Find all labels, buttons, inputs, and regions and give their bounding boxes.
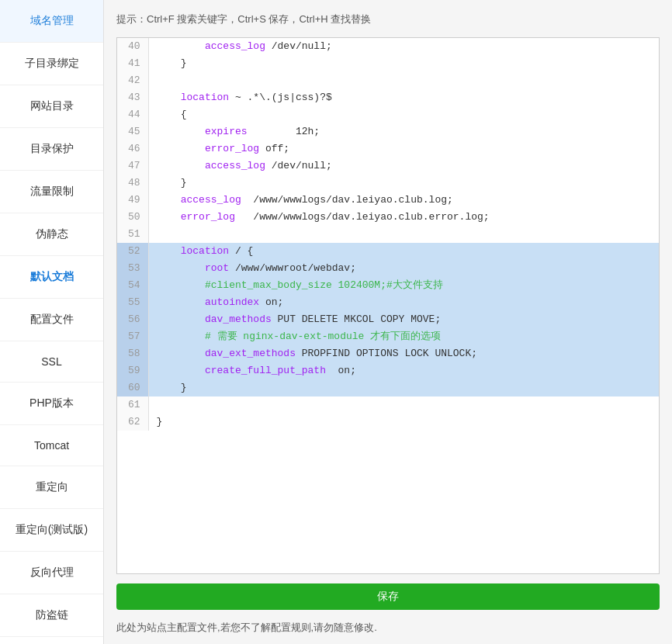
line-number: 40 xyxy=(117,38,148,55)
sidebar-item-access-log[interactable]: 响应日志 xyxy=(0,637,103,644)
table-row: 48 } xyxy=(117,175,659,192)
table-row: 60 } xyxy=(117,379,659,396)
line-number: 46 xyxy=(117,140,148,158)
hint-text: 提示：Ctrl+F 搜索关键字，Ctrl+S 保存，Ctrl+H 查找替换 xyxy=(116,13,371,25)
table-row: 54 #client_max_body_size 102400M;#大文件支持 xyxy=(117,277,659,294)
line-number: 42 xyxy=(117,72,148,89)
line-content: access_log /dev/null; xyxy=(148,38,659,55)
table-row: 62} xyxy=(117,414,659,431)
footer-note: 此处为站点主配置文件,若您不了解配置规则,请勿随意修改. xyxy=(116,621,660,635)
table-row: 58 dav_ext_methods PROPFIND OPTIONS LOCK… xyxy=(117,345,659,362)
code-table: 40 access_log /dev/null;41 }4243 locatio… xyxy=(117,38,659,431)
table-row: 59 create_full_put_path on; xyxy=(117,362,659,379)
line-number: 62 xyxy=(117,414,148,431)
sidebar-item-redirect-test[interactable]: 重定向(测试版) xyxy=(0,509,103,552)
line-content: # 需要 nginx-dav-ext-module 才有下面的选项 xyxy=(148,328,659,345)
table-row: 40 access_log /dev/null; xyxy=(117,38,659,55)
table-row: 46 error_log off; xyxy=(117,140,659,158)
editor-scroll-area[interactable]: 40 access_log /dev/null;41 }4243 locatio… xyxy=(117,38,659,573)
sidebar-item-dirprotect[interactable]: 目录保护 xyxy=(0,128,103,171)
line-number: 45 xyxy=(117,123,148,140)
main-content: 提示：Ctrl+F 搜索关键字，Ctrl+S 保存，Ctrl+H 查找替换 40… xyxy=(104,0,672,644)
line-content: access_log /www/wwwlogs/dav.leiyao.club.… xyxy=(148,192,659,209)
line-number: 54 xyxy=(117,277,148,294)
line-content: } xyxy=(148,379,659,396)
sidebar: 域名管理子目录绑定网站目录目录保护流量限制伪静态默认文档配置文件SSLPHP版本… xyxy=(0,0,104,644)
table-row: 52 location / { xyxy=(117,243,659,260)
line-content xyxy=(148,396,659,414)
line-number: 59 xyxy=(117,362,148,379)
line-number: 56 xyxy=(117,311,148,328)
line-content: autoindex on; xyxy=(148,294,659,311)
line-content xyxy=(148,72,659,89)
table-row: 61 xyxy=(117,396,659,414)
line-content: error_log /www/wwwlogs/dav.leiyao.club.e… xyxy=(148,209,659,226)
line-content: location / { xyxy=(148,243,659,260)
sidebar-item-redirect[interactable]: 重定向 xyxy=(0,466,103,509)
sidebar-item-ratelimit[interactable]: 流量限制 xyxy=(0,171,103,213)
line-content: access_log /dev/null; xyxy=(148,158,659,175)
line-content: error_log off; xyxy=(148,140,659,158)
sidebar-item-subdir[interactable]: 子目录绑定 xyxy=(0,43,103,85)
table-row: 56 dav_methods PUT DELETE MKCOL COPY MOV… xyxy=(117,311,659,328)
line-content: } xyxy=(148,175,659,192)
line-number: 51 xyxy=(117,226,148,243)
line-number: 47 xyxy=(117,158,148,175)
line-number: 58 xyxy=(117,345,148,362)
sidebar-item-hotlink[interactable]: 防盗链 xyxy=(0,594,103,637)
line-content: #client_max_body_size 102400M;#大文件支持 xyxy=(148,277,659,294)
table-row: 55 autoindex on; xyxy=(117,294,659,311)
line-content: create_full_put_path on; xyxy=(148,362,659,379)
sidebar-item-config[interactable]: 配置文件 xyxy=(0,299,103,341)
table-row: 57 # 需要 nginx-dav-ext-module 才有下面的选项 xyxy=(117,328,659,345)
table-row: 49 access_log /www/wwwlogs/dav.leiyao.cl… xyxy=(117,192,659,209)
table-row: 41 } xyxy=(117,55,659,72)
sidebar-item-default-doc[interactable]: 默认文档 xyxy=(0,256,103,299)
line-content: dav_methods PUT DELETE MKCOL COPY MOVE; xyxy=(148,311,659,328)
line-content: dav_ext_methods PROPFIND OPTIONS LOCK UN… xyxy=(148,345,659,362)
line-number: 55 xyxy=(117,294,148,311)
line-number: 48 xyxy=(117,175,148,192)
table-row: 42 xyxy=(117,72,659,89)
line-number: 52 xyxy=(117,243,148,260)
line-content: { xyxy=(148,106,659,123)
line-number: 49 xyxy=(117,192,148,209)
sidebar-item-webdir[interactable]: 网站目录 xyxy=(0,85,103,128)
sidebar-item-ssl[interactable]: SSL xyxy=(0,341,103,383)
table-row: 53 root /www/wwwroot/webdav; xyxy=(117,260,659,277)
save-button[interactable]: 保存 xyxy=(116,583,660,610)
line-content xyxy=(148,226,659,243)
sidebar-item-tomcat[interactable]: Tomcat xyxy=(0,425,103,466)
line-number: 53 xyxy=(117,260,148,277)
line-content: } xyxy=(148,414,659,431)
line-content: } xyxy=(148,55,659,72)
table-row: 51 xyxy=(117,226,659,243)
sidebar-item-reverse-proxy[interactable]: 反向代理 xyxy=(0,552,103,594)
line-number: 43 xyxy=(117,89,148,106)
table-row: 47 access_log /dev/null; xyxy=(117,158,659,175)
table-row: 45 expires 12h; xyxy=(117,123,659,140)
line-number: 44 xyxy=(117,106,148,123)
line-number: 57 xyxy=(117,328,148,345)
line-number: 41 xyxy=(117,55,148,72)
line-number: 60 xyxy=(117,379,148,396)
line-content: location ~ .*\.(js|css)?$ xyxy=(148,89,659,106)
sidebar-item-php[interactable]: PHP版本 xyxy=(0,383,103,425)
code-editor[interactable]: 40 access_log /dev/null;41 }4243 locatio… xyxy=(116,37,660,574)
table-row: 44 { xyxy=(117,106,659,123)
sidebar-item-rewrite[interactable]: 伪静态 xyxy=(0,213,103,256)
sidebar-item-domain[interactable]: 域名管理 xyxy=(0,0,103,43)
line-content: expires 12h; xyxy=(148,123,659,140)
line-content: root /www/wwwroot/webdav; xyxy=(148,260,659,277)
table-row: 43 location ~ .*\.(js|css)?$ xyxy=(117,89,659,106)
table-row: 50 error_log /www/wwwlogs/dav.leiyao.clu… xyxy=(117,209,659,226)
line-number: 50 xyxy=(117,209,148,226)
line-number: 61 xyxy=(117,396,148,414)
hint-bar: 提示：Ctrl+F 搜索关键字，Ctrl+S 保存，Ctrl+H 查找替换 xyxy=(116,9,660,29)
